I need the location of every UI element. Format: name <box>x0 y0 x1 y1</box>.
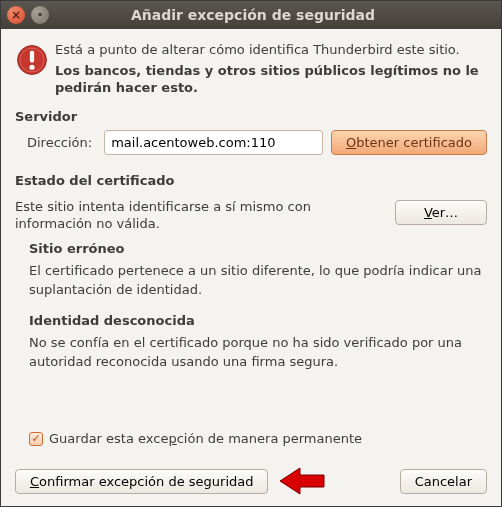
titlebar: × · Añadir excepción de seguridad <box>1 1 501 29</box>
status-block: Este sitio intenta identificarse a sí mi… <box>15 198 487 233</box>
confirm-exception-label: Confirmar excepción de seguridad <box>30 474 253 489</box>
status-heading: Estado del certificado <box>15 173 487 188</box>
window-title: Añadir excepción de seguridad <box>55 7 495 23</box>
status-desc: Este sitio intenta identificarse a sí mi… <box>15 198 385 233</box>
confirm-exception-button[interactable]: Confirmar excepción de seguridad <box>15 469 268 494</box>
permanent-exception-label: Guardar esta excepción de manera permane… <box>49 431 362 446</box>
wrong-site-text: El certificado pertenece a un sitio dife… <box>29 262 483 300</box>
intro-line2: Los bancos, tiendas y otros sitios públi… <box>55 62 487 97</box>
wrong-site-heading: Sitio erróneo <box>29 241 487 256</box>
get-certificate-button[interactable]: Obtener certificado <box>331 130 487 155</box>
warning-icon <box>15 41 55 97</box>
permanent-exception-row[interactable]: ✓ Guardar esta excepción de manera perma… <box>29 431 487 446</box>
dialog-content: Está a punto de alterar cómo identifica … <box>1 29 501 506</box>
dialog-window: × · Añadir excepción de seguridad Está a… <box>0 0 502 507</box>
view-button-label: Ver… <box>424 205 458 220</box>
intro-text: Está a punto de alterar cómo identifica … <box>55 41 487 97</box>
checkbox-icon[interactable]: ✓ <box>29 432 43 446</box>
address-label: Dirección: <box>15 135 96 150</box>
button-row: Confirmar excepción de seguridad Cancela… <box>15 460 487 496</box>
svg-point-3 <box>29 65 34 70</box>
intro-row: Está a punto de alterar cómo identifica … <box>15 41 487 97</box>
svg-marker-4 <box>280 468 324 494</box>
intro-line1: Está a punto de alterar cómo identifica … <box>55 41 487 59</box>
server-row: Dirección: Obtener certificado <box>15 130 487 155</box>
window-close-icon[interactable]: × <box>7 6 25 24</box>
window-minimize-icon[interactable]: · <box>31 6 49 24</box>
server-heading: Servidor <box>15 109 487 124</box>
view-button[interactable]: Ver… <box>395 200 487 225</box>
annotation-arrow-icon <box>278 466 326 496</box>
cancel-button[interactable]: Cancelar <box>400 469 487 494</box>
address-input[interactable] <box>104 130 323 155</box>
get-certificate-label: Obtener certificado <box>346 135 472 150</box>
unknown-identity-heading: Identidad desconocida <box>29 313 487 328</box>
svg-rect-2 <box>30 51 34 63</box>
unknown-identity-text: No se confía en el certificado porque no… <box>29 334 483 372</box>
